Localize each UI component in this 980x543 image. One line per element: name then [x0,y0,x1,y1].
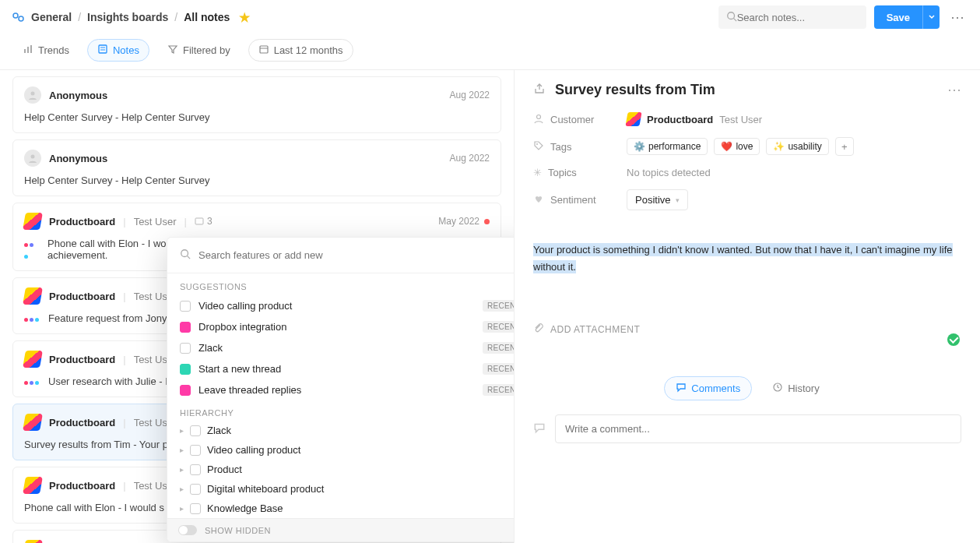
value-customer[interactable]: Productboard Test User [627,112,961,126]
feature-color-icon [190,425,201,436]
breadcrumb-item[interactable]: General [31,11,72,23]
note-from: Productboard [49,216,115,227]
tab-notes-label: Notes [113,44,139,56]
note-card[interactable]: Anonymous Aug 2022 Help Center Survey - … [12,139,501,196]
suggestion-item[interactable]: Dropbox integration RECENT [167,316,514,337]
add-attachment[interactable]: ADD ATTACHMENT [533,323,961,336]
note-date: May 2022 [438,216,479,227]
svg-rect-5 [27,47,29,53]
suggestion-item[interactable]: Leave threaded replies RECENT [167,379,514,400]
feature-color-icon [190,503,201,514]
note-from: Productboard [49,354,115,365]
chart-icon [23,44,33,57]
comment-composer [533,414,961,443]
comment-input[interactable] [555,414,961,443]
more-menu[interactable]: ⋯ [947,9,968,26]
filter-bar: Trends Notes Filtered by Last 12 months [0,34,980,69]
date-range[interactable]: Last 12 months [248,39,353,62]
label-topics: ✳ Topics [533,167,627,178]
tag-chip[interactable]: ✨usability [766,138,828,155]
avatar-icon [24,150,41,167]
chevron-right-icon: ▸ [180,504,184,513]
search-icon [726,11,737,24]
chevron-right-icon: ▸ [180,485,184,493]
customer-company: Productboard [647,114,713,125]
global-search[interactable] [718,5,866,29]
export-icon[interactable] [533,83,546,97]
popover-search[interactable] [167,238,514,273]
tab-notes[interactable]: Notes [87,39,149,62]
hierarchy-item[interactable]: ▸ Zlack [167,421,514,440]
note-card[interactable]: Anonymous Aug 2022 Help Center Survey - … [12,76,501,133]
filter-by-label: Filtered by [183,44,230,56]
highlight-dots-icon [24,376,40,387]
suggestion-label: Leave threaded replies [198,384,301,396]
svg-point-17 [537,115,541,118]
breadcrumb-current[interactable]: All notes [184,11,230,23]
filter-by[interactable]: Filtered by [157,39,241,62]
hierarchy-label: Digital whiteboard product [207,483,324,495]
tag-chip[interactable]: ❤️love [714,138,760,155]
sparkle-icon: ✳ [533,167,542,178]
header-actions: Save ⋯ [718,5,968,29]
tab-comments-label: Comments [691,383,740,394]
suggestion-item[interactable]: Start a new thread RECENT [167,358,514,379]
feature-color-icon [180,385,191,396]
show-hidden-toggle[interactable]: SHOW HIDDEN [167,518,514,541]
popover-search-input[interactable] [198,249,514,261]
hierarchy-item[interactable]: ▸ Digital whiteboard product [167,479,514,499]
clock-icon [772,382,783,395]
feature-color-icon [180,343,191,354]
label-sentiment: Sentiment [533,193,627,206]
detail-more-menu[interactable]: ⋯ [947,81,961,98]
note-from: Anonymous [49,153,107,164]
tag-icon [533,140,544,153]
filter-icon [167,44,178,57]
sentiment-select[interactable]: Positive ▾ [627,189,688,210]
customer-user: Test User [719,114,762,125]
save-button[interactable]: Save [874,5,922,29]
tab-trends[interactable]: Trends [12,39,79,62]
svg-point-2 [727,12,734,19]
productboard-logo-icon [23,477,43,494]
attach-label: ADD ATTACHMENT [550,324,640,335]
hierarchy-item[interactable]: ▸ Video calling product [167,440,514,460]
tab-comments[interactable]: Comments [664,376,752,400]
suggestion-item[interactable]: Video calling product RECENT [167,295,514,316]
value-tags: ⚙️performance ❤️love ✨usability + [627,137,961,156]
highlighted-quote[interactable]: Your product is something I didn't know … [533,242,961,276]
search-input[interactable] [737,12,868,23]
show-hidden-label: SHOW HIDDEN [205,526,271,535]
recent-badge: RECENT [483,321,514,333]
tag-chip[interactable]: ⚙️performance [627,138,708,155]
feature-color-icon [190,445,201,456]
star-icon[interactable]: ★ [239,10,250,25]
save-dropdown[interactable] [922,5,940,29]
toggle-icon [178,525,197,535]
comment-icon [533,421,546,436]
heart-icon [533,193,544,206]
date-range-label: Last 12 months [274,44,343,56]
svg-rect-14 [195,218,203,224]
hierarchy-item[interactable]: ▸ Product [167,460,514,479]
calendar-icon [258,44,269,57]
svg-point-15 [181,250,188,257]
highlight-dots-icon [24,238,40,261]
recent-badge: RECENT [483,342,514,354]
tab-history[interactable]: History [761,376,830,400]
suggestion-label: Video calling product [198,300,292,312]
breadcrumb-item[interactable]: Insights boards [87,11,168,23]
breadcrumb: General / Insights boards / All notes ★ [12,10,250,25]
note-from: Productboard [49,480,115,492]
feature-color-icon [180,301,191,312]
suggestion-item[interactable]: Zlack RECENT [167,337,514,358]
note-from: Anonymous [49,90,107,101]
processed-check-icon [947,333,960,346]
feature-color-icon [190,464,201,475]
hierarchy-item[interactable]: ▸ Knowledge Base [167,499,514,518]
feature-search-popover: SUGGESTIONS ? Video calling product RECE… [167,237,514,542]
chevron-right-icon: ▸ [180,446,184,454]
add-tag-button[interactable]: + [835,137,854,156]
label-tags: Tags [533,140,627,153]
recent-badge: RECENT [483,300,514,312]
